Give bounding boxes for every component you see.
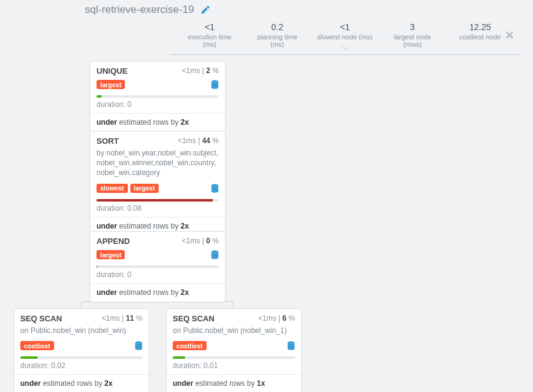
duration-bar (97, 95, 219, 98)
tag-largest: largest (130, 184, 159, 193)
tag-slowest: slowest (97, 184, 128, 193)
node-title: APPEND (97, 237, 130, 246)
node-subtext: on Public.nobel_win (nobel_win_1) (167, 326, 301, 339)
page-title: sql-retrieve-exercise-19 (85, 4, 194, 16)
database-icon[interactable] (287, 341, 295, 350)
svg-point-4 (288, 342, 294, 344)
duration-label: duration: 0.01 (167, 361, 301, 374)
database-icon[interactable] (135, 341, 143, 350)
node-title: SEQ SCAN (20, 314, 62, 323)
svg-point-2 (211, 251, 218, 253)
estimation-label: under estimated rows by 2x (90, 283, 225, 302)
stat-execution-time: <1 execution time (ms) (182, 22, 237, 48)
svg-point-3 (135, 342, 142, 344)
plan-node-seqscan-2[interactable]: SEQ SCAN <1ms | 6 % on Public.nobel_win … (166, 308, 302, 392)
database-icon[interactable] (211, 80, 219, 89)
estimation-label: under estimated rows by 1x (167, 374, 301, 392)
tag-costliest: costliest (20, 341, 54, 350)
node-metrics: <1ms | 0 % (182, 237, 219, 245)
plan-node-seqscan-1[interactable]: SEQ SCAN <1ms | 11 % on Public.nobel_win… (14, 308, 149, 392)
node-subtext: on Public.nobel_win (nobel_win) (14, 326, 149, 339)
svg-point-0 (211, 80, 218, 83)
caret-down-icon (341, 45, 351, 50)
tag-costliest: costliest (173, 341, 207, 350)
stat-slowest-node: <1 slowest node (ms) (317, 22, 373, 48)
duration-bar (97, 265, 219, 268)
database-icon[interactable] (211, 184, 219, 193)
duration-bar (173, 356, 295, 359)
edit-icon[interactable] (200, 6, 210, 15)
stat-planning-time: 0.2 planning time (ms) (250, 22, 305, 48)
close-icon[interactable]: ✕ (505, 28, 515, 42)
node-metrics: <1ms | 44 % (178, 136, 219, 145)
estimation-label: under estimated rows by 2x (90, 113, 225, 131)
duration-label: duration: 0 (90, 270, 225, 283)
node-metrics: <1ms | 6 % (258, 314, 295, 323)
node-title: SORT (97, 136, 119, 146)
stat-costliest-node: 12.25 costliest node (452, 22, 508, 48)
stat-largest-node: 3 largest node (rows) (385, 22, 440, 48)
database-icon[interactable] (211, 250, 219, 259)
plan-node-append[interactable]: APPEND <1ms | 0 % largest duration: 0 un… (90, 231, 226, 302)
duration-bar (20, 356, 143, 359)
tag-largest: largest (97, 80, 125, 89)
node-title: SEQ SCAN (173, 314, 215, 323)
node-title: UNIQUE (97, 66, 128, 76)
duration-bar (97, 199, 219, 202)
plan-node-unique[interactable]: UNIQUE <1ms | 2 % largest duration: 0 un… (90, 61, 226, 132)
duration-label: duration: 0 (90, 100, 225, 113)
tag-largest: largest (97, 250, 125, 259)
plan-node-sort[interactable]: SORT <1ms | 44 % by nobel_win.year,nobel… (90, 131, 226, 236)
duration-label: duration: 0.02 (14, 361, 149, 374)
node-metrics: <1ms | 2 % (182, 66, 219, 75)
node-subtext: by nobel_win.year,nobel_win.subject, nob… (90, 148, 225, 182)
node-metrics: <1ms | 11 % (101, 314, 143, 323)
duration-label: duration: 0.08 (90, 204, 225, 217)
svg-point-1 (211, 184, 218, 186)
estimation-label: under estimated rows by 2x (14, 374, 149, 392)
